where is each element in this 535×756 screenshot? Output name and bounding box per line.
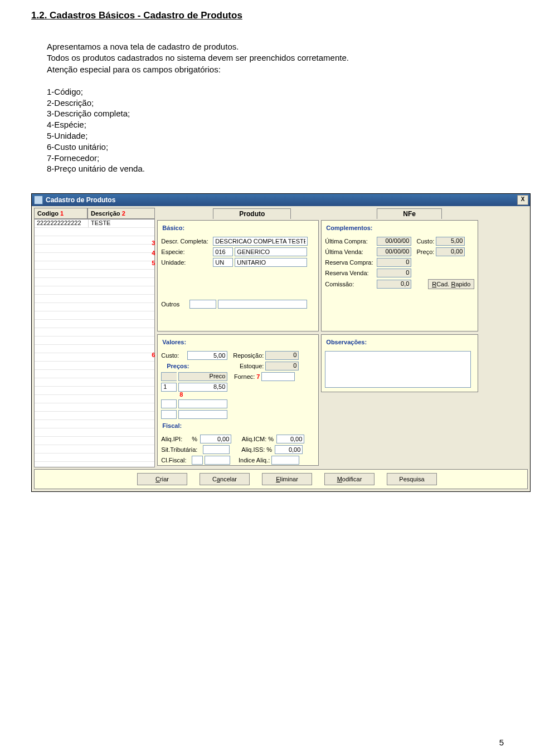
panel-basico: Básico: 3 4 5 Descr. Completa: Especie: (157, 220, 319, 331)
preco-value[interactable]: 8,50 (178, 383, 227, 392)
product-list[interactable]: 2222222222222 TESTE (34, 219, 155, 467)
app-window: Cadastro de Produtos X Codigo 1 Descriçã… (31, 193, 531, 492)
unidade-code-input[interactable] (213, 258, 233, 267)
criar-button[interactable]: Criar (137, 473, 187, 485)
intro-text: Apresentamos a nova tela de cadastro de … (47, 41, 448, 75)
col-header-codigo[interactable]: Codigo 1 (34, 208, 87, 219)
page-title: 1.2. Cadastros Básicos - Cadastro de Pro… (31, 10, 504, 21)
panel-observacoes: Observações: (321, 334, 478, 392)
aliq-icm-input[interactable] (276, 435, 304, 443)
page-number: 5 (499, 738, 504, 747)
cl-fiscal-b-input[interactable] (205, 456, 230, 465)
fornec-input[interactable] (261, 372, 295, 381)
modificar-button[interactable]: Modificar (324, 473, 374, 485)
aliq-iss-input[interactable] (275, 445, 303, 454)
outros-code-input[interactable] (189, 300, 216, 309)
panel-complementos: Complementos: Última Compra: 00/00/00 Cu… (321, 220, 478, 331)
table-row[interactable]: 2222222222222 TESTE (35, 220, 154, 227)
especie-name-input[interactable] (235, 247, 307, 256)
cad-rapido-button[interactable]: RCad. RapidoCad. Rapido (428, 279, 474, 289)
title-bar: Cadastro de Produtos X (32, 194, 530, 206)
tab-nfe[interactable]: NFe (377, 208, 442, 219)
required-fields-list: 1-Código; 2-Descrição; 3-Descrição compl… (47, 86, 504, 174)
cl-fiscal-a-input[interactable] (192, 456, 203, 465)
sit-trib-input[interactable] (203, 445, 230, 454)
eliminar-button[interactable]: Eliminar (262, 473, 312, 485)
app-icon (34, 196, 43, 204)
tab-produto[interactable]: Produto (213, 208, 291, 219)
outros-name-input[interactable] (218, 300, 307, 309)
unidade-name-input[interactable] (235, 258, 307, 267)
panel-valores: 6 Valores: Custo: Reposição: 0 Preços: (157, 334, 319, 466)
indice-aliq-input[interactable] (271, 456, 299, 465)
especie-code-input[interactable] (213, 247, 233, 256)
custo-input[interactable] (187, 351, 227, 360)
pesquisa-button[interactable]: Pesquisa (387, 473, 437, 485)
cancelar-button[interactable]: Cancelar (200, 473, 250, 485)
window-title: Cadastro de Produtos (46, 196, 115, 204)
command-bar: Criar Cancelar Eliminar Modificar Pesqui… (34, 469, 528, 489)
descricao-completa-input[interactable] (213, 237, 308, 246)
product-list-pane: Codigo 1 Descrição 2 2222222222222 TESTE (34, 208, 155, 467)
observacoes-textarea[interactable] (325, 351, 471, 388)
close-icon[interactable]: X (517, 195, 528, 205)
aliq-ipi-input[interactable] (200, 435, 231, 443)
col-header-descricao[interactable]: Descrição 2 (87, 208, 155, 219)
